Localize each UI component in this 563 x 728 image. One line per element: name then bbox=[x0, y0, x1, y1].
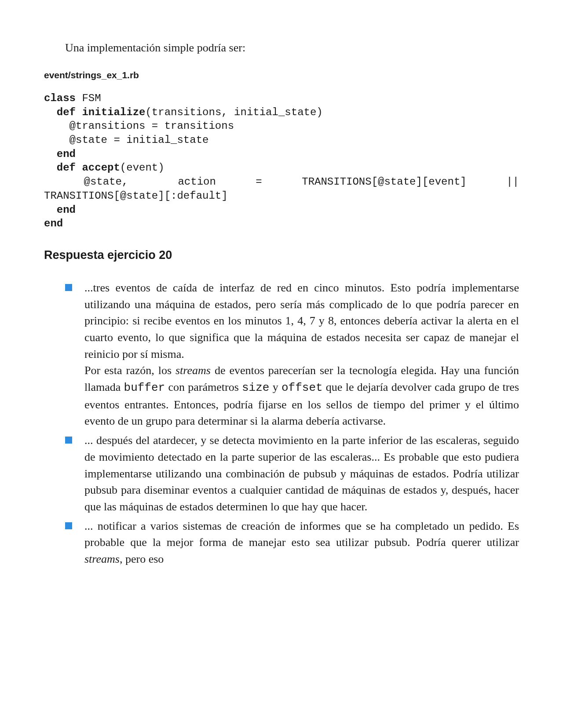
page-container: Una implementación simple podría ser: ev… bbox=[0, 0, 563, 588]
italic-text: streams bbox=[175, 364, 211, 377]
keyword-def: def bbox=[57, 106, 76, 118]
inline-code: size bbox=[242, 381, 269, 394]
code-line: @state, action = TRANSITIONS[@state][eve… bbox=[44, 175, 519, 189]
code-line: TRANSITIONS[@state][:default] bbox=[44, 190, 228, 202]
code-args: (event) bbox=[120, 162, 165, 174]
list-item: ... después del atardecer, y se detecta … bbox=[65, 432, 519, 515]
bullet-text: ... notificar a varios sistemas de creac… bbox=[84, 520, 519, 549]
bullet-text: , pero eso bbox=[120, 553, 164, 565]
inline-code: offset bbox=[282, 381, 323, 394]
bullet-text: Por esta razón, los bbox=[84, 364, 175, 377]
keyword-end: end bbox=[44, 218, 63, 229]
bullet-list: ...tres eventos de caída de interfaz de … bbox=[44, 280, 519, 568]
code-line: @state = initial_state bbox=[44, 134, 208, 146]
method-name: accept bbox=[76, 162, 120, 174]
keyword-end: end bbox=[57, 148, 76, 160]
bullet-text: ...tres eventos de caída de interfaz de … bbox=[84, 281, 519, 360]
list-item: ...tres eventos de caída de interfaz de … bbox=[65, 280, 519, 430]
section-heading: Respuesta ejercicio 20 bbox=[44, 247, 519, 264]
code-args: (transitions, initial_state) bbox=[145, 106, 322, 118]
bullet-text: con parámetros bbox=[165, 381, 242, 393]
code-block: class FSM def initialize(transitions, in… bbox=[44, 91, 519, 231]
code-line: @transitions = transitions bbox=[44, 120, 234, 132]
intro-paragraph: Una implementación simple podría ser: bbox=[44, 40, 519, 56]
code-filename: event/strings_ex_1.rb bbox=[44, 69, 519, 82]
code-text: FSM bbox=[76, 92, 101, 104]
italic-text: streams bbox=[84, 553, 120, 565]
bullet-text: ... después del atardecer, y se detecta … bbox=[84, 434, 519, 513]
bullet-text: y bbox=[269, 381, 282, 393]
keyword-end: end bbox=[57, 204, 76, 216]
keyword-class: class bbox=[44, 92, 76, 104]
method-name: initialize bbox=[76, 106, 145, 118]
inline-code: buffer bbox=[124, 381, 165, 394]
list-item: ... notificar a varios sistemas de creac… bbox=[65, 518, 519, 568]
keyword-def: def bbox=[57, 162, 76, 174]
